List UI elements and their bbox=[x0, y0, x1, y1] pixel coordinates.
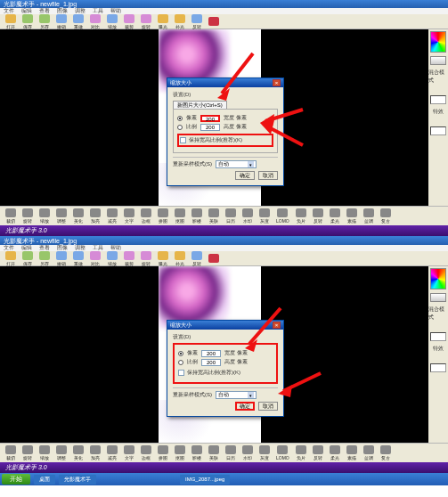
menubar[interactable]: 文件编辑查看图像调整工具帮助 bbox=[0, 8, 448, 14]
radio-percent[interactable] bbox=[177, 125, 183, 130]
task-item[interactable]: 光影魔术手 bbox=[59, 475, 96, 485]
toolbar-button[interactable]: 加亮 bbox=[90, 445, 101, 460]
toolbar-button[interactable]: 减亮 bbox=[107, 445, 118, 460]
toolbar-button[interactable]: 美化 bbox=[73, 445, 84, 460]
toolbar-button[interactable]: 旋转 bbox=[141, 251, 151, 266]
dialog-titlebar[interactable]: 缩放大小 × bbox=[167, 78, 283, 87]
toolbar-button[interactable]: 旋转 bbox=[22, 208, 33, 224]
toolbar-button[interactable]: 素描 bbox=[346, 208, 357, 224]
toolbar-button[interactable]: 负片 bbox=[296, 445, 306, 460]
toolbar-button[interactable] bbox=[208, 17, 219, 27]
color-picker[interactable] bbox=[430, 268, 446, 289]
toolbar-button[interactable]: 调整 bbox=[56, 445, 67, 460]
menubar[interactable]: 文件编辑查看图像调整工具帮助 bbox=[0, 245, 448, 251]
toolbar-button[interactable]: 水印 bbox=[242, 445, 253, 460]
tool-well[interactable] bbox=[430, 95, 446, 104]
toolbar-button[interactable] bbox=[208, 254, 219, 264]
tool-well[interactable] bbox=[430, 126, 446, 135]
toolbar-button[interactable]: 水印 bbox=[242, 208, 253, 224]
toolbar-button[interactable]: 影楼 bbox=[191, 208, 202, 224]
toolbar-button[interactable]: 打开 bbox=[5, 251, 16, 266]
toolbar-button[interactable]: LOMO bbox=[276, 445, 289, 460]
toolbar-button[interactable]: 曝光 bbox=[158, 251, 168, 266]
lock-ratio-checkbox[interactable] bbox=[180, 137, 186, 143]
toolbar-button[interactable]: 补光 bbox=[175, 251, 185, 266]
taskbar[interactable]: 开始 桌面 光影魔术手 IMG_2087...jpeg bbox=[0, 473, 448, 485]
toolbar-button[interactable]: 缩放 bbox=[39, 208, 50, 224]
toolbar-button[interactable]: 另存 bbox=[39, 251, 50, 266]
toolbar-button[interactable]: 保存 bbox=[22, 14, 33, 29]
toolbar-button[interactable]: 拼图 bbox=[158, 208, 168, 224]
toolbar-button[interactable]: 反转 bbox=[191, 14, 202, 29]
tool-well[interactable] bbox=[430, 332, 446, 341]
ok-button[interactable]: 确定 bbox=[235, 171, 255, 180]
toolbar-button[interactable]: 裁剪 bbox=[124, 251, 134, 266]
toolbar-button[interactable]: 重做 bbox=[73, 14, 84, 29]
radio-pixel[interactable] bbox=[178, 351, 183, 356]
radio-pixel[interactable] bbox=[177, 116, 183, 121]
toolbar-button[interactable]: 对比 bbox=[90, 14, 101, 29]
toolbar-button[interactable]: 蓝调 bbox=[363, 208, 374, 224]
dialog-titlebar[interactable]: 缩放大小 × bbox=[167, 321, 283, 330]
toolbar-button[interactable]: 美肤 bbox=[208, 445, 219, 460]
toolbar-button[interactable]: 边框 bbox=[141, 445, 151, 460]
resample-combo[interactable]: 自动▾ bbox=[216, 391, 257, 399]
toolbar-button[interactable]: 文字 bbox=[124, 208, 134, 224]
toolbar-button[interactable]: 柔光 bbox=[330, 445, 340, 460]
swatch[interactable] bbox=[430, 293, 446, 302]
toolbar-button[interactable]: 反转 bbox=[313, 208, 323, 224]
toolbar-button[interactable]: 灰度 bbox=[259, 445, 270, 460]
cancel-button[interactable]: 取消 bbox=[258, 171, 278, 180]
toolbar-button[interactable]: 抠图 bbox=[175, 445, 185, 460]
toolbar-button[interactable]: 缩放 bbox=[107, 251, 118, 266]
toolbar-button[interactable]: 旋转 bbox=[22, 445, 33, 460]
toolbar-button[interactable]: 裁剪 bbox=[124, 14, 134, 29]
toolbar-button[interactable]: 美化 bbox=[73, 208, 84, 224]
toolbar-button[interactable]: 文字 bbox=[124, 445, 134, 460]
toolbar-button[interactable]: 影楼 bbox=[191, 445, 202, 460]
toolbar-button[interactable]: 重做 bbox=[73, 251, 84, 266]
ok-button[interactable]: 确定 bbox=[235, 402, 255, 411]
toolbar-button[interactable]: LOMO bbox=[276, 208, 289, 224]
width-input[interactable]: 200 bbox=[201, 350, 221, 357]
swatch[interactable] bbox=[430, 56, 446, 65]
toolbar-button[interactable]: 复古 bbox=[380, 445, 391, 460]
toolbar-button[interactable]: 缩放 bbox=[107, 14, 118, 29]
toolbar-button[interactable]: 素描 bbox=[346, 445, 357, 460]
toolbar-button[interactable]: 裁切 bbox=[5, 445, 16, 460]
toolbar-button[interactable]: 保存 bbox=[22, 251, 33, 266]
toolbar-button[interactable]: 加亮 bbox=[90, 208, 101, 224]
toolbar-button[interactable]: 拼图 bbox=[158, 445, 168, 460]
resample-combo[interactable]: 自动▾ bbox=[216, 160, 257, 168]
toolbar-button[interactable]: 减亮 bbox=[107, 208, 118, 224]
toolbar-button[interactable]: 撤销 bbox=[56, 251, 67, 266]
toolbar-button[interactable]: 缩放 bbox=[39, 445, 50, 460]
radio-percent[interactable] bbox=[178, 360, 183, 365]
toolbar-button[interactable]: 负片 bbox=[296, 208, 306, 224]
toolbar-button[interactable]: 日历 bbox=[225, 208, 236, 224]
toolbar-button[interactable]: 旋转 bbox=[141, 14, 151, 29]
toolbar-button[interactable]: 另存 bbox=[39, 14, 50, 29]
toolbar-button[interactable]: 复古 bbox=[380, 208, 391, 224]
toolbar-button[interactable]: 反转 bbox=[313, 445, 323, 460]
close-icon[interactable]: × bbox=[273, 79, 281, 86]
toolbar-button[interactable]: 裁切 bbox=[5, 208, 16, 224]
toolbar-button[interactable]: 补光 bbox=[175, 14, 185, 29]
close-icon[interactable]: × bbox=[273, 322, 281, 329]
toolbar-button[interactable]: 美肤 bbox=[208, 208, 219, 224]
start-button[interactable]: 开始 bbox=[2, 474, 30, 485]
toolbar-button[interactable]: 抠图 bbox=[175, 208, 185, 224]
toolbar-button[interactable]: 边框 bbox=[141, 208, 151, 224]
toolbar-button[interactable]: 灰度 bbox=[259, 208, 270, 224]
lock-ratio-checkbox[interactable] bbox=[178, 370, 184, 376]
task-item[interactable]: 桌面 bbox=[34, 475, 55, 485]
tab-size[interactable]: 新图片大小(Ctrl+S) bbox=[173, 101, 227, 109]
cancel-button[interactable]: 取消 bbox=[258, 402, 278, 411]
tool-well[interactable] bbox=[430, 363, 446, 372]
toolbar-button[interactable]: 打开 bbox=[5, 14, 16, 29]
toolbar-button[interactable]: 曝光 bbox=[158, 14, 168, 29]
toolbar-button[interactable]: 日历 bbox=[225, 445, 236, 460]
toolbar-button[interactable]: 撤销 bbox=[56, 14, 67, 29]
toolbar-button[interactable]: 蓝调 bbox=[363, 445, 374, 460]
task-item[interactable]: IMG_2087...jpeg bbox=[180, 475, 230, 485]
